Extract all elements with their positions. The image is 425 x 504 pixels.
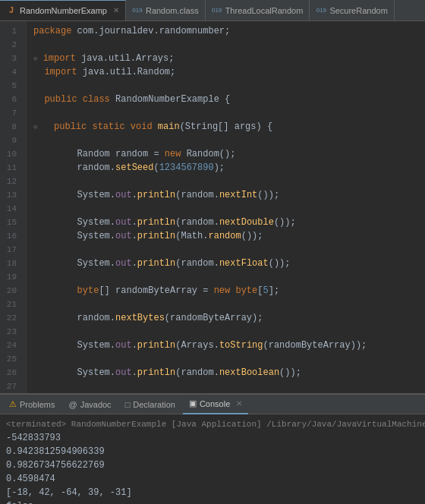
tab-console[interactable]: ▣ Console ✕ bbox=[183, 395, 248, 414]
code-line-16: System.out.println(Math.random()); bbox=[33, 229, 425, 243]
tab-random-class[interactable]: 019 Random.class bbox=[126, 0, 206, 21]
console-output: <terminated> RandomNumberExample [Java A… bbox=[0, 414, 425, 504]
javadoc-label: Javadoc bbox=[80, 400, 112, 409]
problems-label: Problems bbox=[20, 400, 55, 409]
tab-problems[interactable]: ⚠ Problems bbox=[3, 395, 61, 414]
code-line-19 bbox=[33, 270, 425, 284]
code-line-26: System.out.println(random.nextBoolean())… bbox=[33, 366, 425, 380]
ide-window: J RandomNumberExamp ✕ 019 Random.class 0… bbox=[0, 0, 425, 504]
declaration-label: Declaration bbox=[133, 400, 175, 409]
class-file-icon-1: 019 bbox=[132, 5, 143, 16]
console-close-icon[interactable]: ✕ bbox=[236, 399, 242, 408]
code-line-21 bbox=[33, 298, 425, 311]
code-line-11: random.setSeed(1234567890); bbox=[33, 161, 425, 175]
code-line-20: byte[] randomByteArray = new byte[5]; bbox=[33, 284, 425, 298]
code-line-13: System.out.println(random.nextInt()); bbox=[33, 188, 425, 202]
java-file-icon: J bbox=[6, 5, 17, 16]
code-line-24: System.out.println(Arrays.toString(rando… bbox=[33, 339, 425, 352]
code-line-4: import java.util.Random; bbox=[33, 65, 425, 79]
code-line-14 bbox=[33, 202, 425, 216]
panel-tab-bar: ⚠ Problems @ Javadoc □ Declaration ▣ Con… bbox=[0, 395, 425, 414]
code-line-1: package com.journaldev.randomnumber; bbox=[33, 24, 425, 38]
javadoc-icon: @ bbox=[68, 400, 77, 409]
problems-icon: ⚠ bbox=[9, 399, 17, 409]
code-line-15: System.out.println(random.nextDouble()); bbox=[33, 216, 425, 229]
tab-declaration[interactable]: □ Declaration bbox=[119, 395, 181, 414]
console-output-1: -542833793 bbox=[6, 431, 419, 445]
code-line-22: random.nextBytes(randomByteArray); bbox=[33, 311, 425, 325]
code-line-18: System.out.println(random.nextFloat()); bbox=[33, 257, 425, 270]
console-terminated: <terminated> RandomNumberExample [Java A… bbox=[6, 417, 419, 431]
code-line-7 bbox=[33, 106, 425, 120]
console-output-4: 0.4598474 bbox=[6, 472, 419, 486]
console-output-6: false bbox=[6, 499, 419, 504]
tab-label-3: ThreadLocalRandom bbox=[225, 6, 304, 15]
tab-label-2: Random.class bbox=[146, 6, 199, 15]
code-line-10: Random random = new Random(); bbox=[33, 147, 425, 161]
code-line-5 bbox=[33, 79, 425, 93]
tab-javadoc[interactable]: @ Javadoc bbox=[62, 395, 117, 414]
declaration-icon: □ bbox=[125, 400, 131, 409]
console-label: Console bbox=[200, 399, 230, 408]
tab-randomnumber[interactable]: J RandomNumberExamp ✕ bbox=[0, 0, 126, 21]
code-text[interactable]: package com.journaldev.randomnumber; ⊖ i… bbox=[27, 21, 425, 393]
code-line-12 bbox=[33, 175, 425, 188]
code-line-17 bbox=[33, 243, 425, 257]
class-file-icon-2: 019 bbox=[212, 5, 222, 16]
tab-threadlocal[interactable]: 019 ThreadLocalRandom bbox=[206, 0, 310, 21]
code-line-25 bbox=[33, 352, 425, 366]
console-icon: ▣ bbox=[189, 398, 197, 408]
line-numbers: 1 2 3 4 5 6 7 8 9 10 11 12 13 14 15 16 1… bbox=[0, 21, 27, 393]
tab-close-icon[interactable]: ✕ bbox=[113, 6, 119, 14]
class-file-icon-3: 019 bbox=[316, 5, 326, 16]
tab-label-4: SecureRandom bbox=[329, 6, 387, 15]
tab-label: RandomNumberExamp bbox=[20, 6, 107, 15]
code-line-3: ⊖ import java.util.Arrays; bbox=[33, 52, 425, 65]
console-output-2: 0.9423812594906339 bbox=[6, 445, 419, 458]
code-line-2 bbox=[33, 38, 425, 52]
console-output-5: [-18, 42, -64, 39, -31] bbox=[6, 486, 419, 499]
code-line-9 bbox=[33, 134, 425, 147]
console-output-3: 0.9826734756622769 bbox=[6, 458, 419, 472]
bottom-panel: ⚠ Problems @ Javadoc □ Declaration ▣ Con… bbox=[0, 393, 425, 504]
code-editor[interactable]: 1 2 3 4 5 6 7 8 9 10 11 12 13 14 15 16 1… bbox=[0, 21, 425, 393]
tab-bar: J RandomNumberExamp ✕ 019 Random.class 0… bbox=[0, 0, 425, 21]
tab-securerandom[interactable]: 019 SecureRandom bbox=[310, 0, 394, 21]
code-line-8: ⊖ public static void main(String[] args)… bbox=[33, 120, 425, 134]
code-line-6: public class RandomNumberExample { bbox=[33, 93, 425, 106]
code-line-27 bbox=[33, 380, 425, 393]
code-line-23 bbox=[33, 325, 425, 339]
